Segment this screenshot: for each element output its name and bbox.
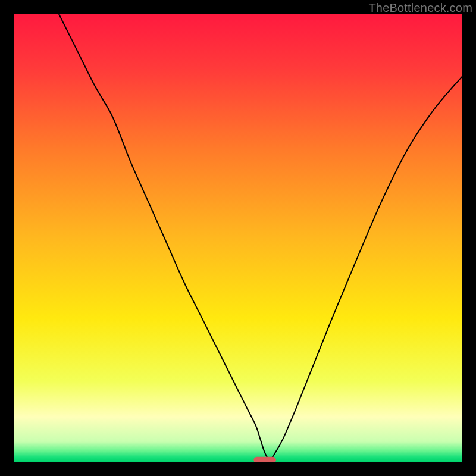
bottleneck-chart	[14, 14, 462, 462]
optimal-marker	[253, 457, 276, 462]
attribution-label: TheBottleneck.com	[368, 1, 472, 15]
gradient-background	[14, 14, 462, 462]
plot-area	[14, 14, 462, 462]
chart-frame: TheBottleneck.com	[0, 0, 476, 476]
